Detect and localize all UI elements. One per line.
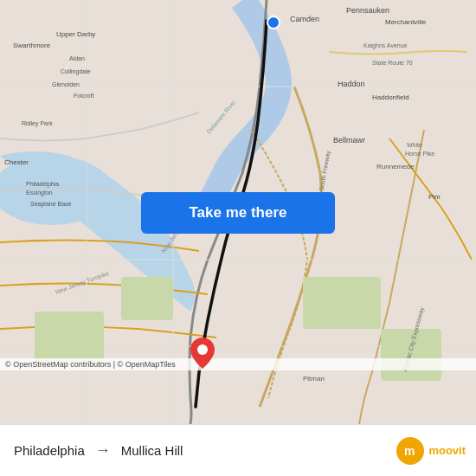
bottom-bar: Philadelphia → Mullica Hill m moovit (0, 424, 476, 476)
svg-text:Collingdale: Collingdale (61, 68, 91, 75)
svg-text:Seaplane Base: Seaplane Base (30, 201, 72, 208)
moovit-icon: m (396, 437, 424, 465)
svg-text:Pennsauken: Pennsauken (346, 6, 389, 15)
svg-point-36 (197, 344, 208, 355)
take-me-there-button[interactable]: Take me there (141, 192, 335, 234)
svg-text:Philadelphia: Philadelphia (26, 181, 59, 188)
svg-text:Merchantville: Merchantville (385, 18, 427, 26)
map-attribution: © OpenStreetMap contributors | © OpenMap… (0, 358, 476, 370)
svg-point-35 (267, 16, 280, 29)
svg-text:Swarthmore: Swarthmore (13, 42, 51, 49)
svg-text:Kaighns Avenue: Kaighns Avenue (363, 42, 408, 49)
svg-text:Pitman: Pitman (303, 375, 325, 383)
moovit-text: moovit (428, 444, 466, 457)
svg-rect-3 (121, 277, 173, 320)
svg-text:Runnemede: Runnemede (376, 163, 415, 170)
moovit-logo: m moovit (396, 437, 466, 465)
arrow-icon: → (95, 441, 111, 460)
destination-pin (190, 338, 215, 372)
svg-text:Camden: Camden (290, 15, 319, 23)
svg-text:Pim: Pim (428, 193, 441, 201)
svg-text:State Route 70: State Route 70 (372, 60, 413, 66)
svg-text:Bellmawr: Bellmawr (333, 136, 365, 145)
svg-text:Haddonfield: Haddonfield (372, 93, 409, 101)
svg-text:Upper Darby: Upper Darby (56, 30, 95, 38)
origin-label: Philadelphia (14, 443, 85, 458)
destination-label: Mullica Hill (121, 443, 183, 458)
svg-text:Aldan: Aldan (69, 55, 85, 61)
svg-text:White: White (407, 142, 422, 148)
svg-text:Glenolden: Glenolden (52, 81, 80, 87)
svg-text:Folcroft: Folcroft (74, 93, 93, 99)
svg-text:m: m (404, 444, 415, 458)
svg-text:Essington: Essington (26, 190, 53, 196)
svg-text:Haddon: Haddon (338, 80, 365, 88)
svg-rect-2 (35, 312, 104, 363)
svg-rect-4 (303, 277, 381, 329)
map-container: Pennsauken Merchantville Kaighns Avenue … (0, 0, 476, 424)
svg-text:Chester: Chester (4, 158, 29, 166)
origin-pin (267, 16, 280, 33)
svg-text:Ridley Park: Ridley Park (22, 120, 53, 127)
svg-text:Horse Pike: Horse Pike (405, 151, 434, 157)
